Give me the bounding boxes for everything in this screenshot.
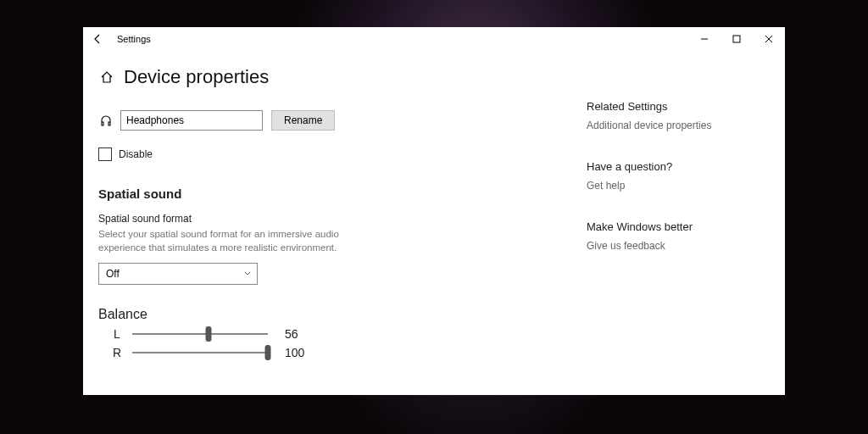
balance-heading: Balance bbox=[98, 307, 553, 322]
additional-device-properties-link[interactable]: Additional device properties bbox=[587, 120, 756, 131]
spatial-sound-heading: Spatial sound bbox=[98, 186, 553, 201]
page-title: Device properties bbox=[124, 66, 269, 88]
spatial-format-value: Off bbox=[106, 268, 120, 280]
settings-window: Settings Device properties bbox=[83, 27, 785, 395]
window-controls bbox=[688, 27, 785, 51]
balance-right-label: R bbox=[110, 346, 124, 359]
feedback-heading: Make Windows better bbox=[587, 220, 756, 233]
balance-left-slider[interactable] bbox=[132, 327, 268, 341]
window-title: Settings bbox=[117, 34, 151, 44]
balance-right-row: R 100 bbox=[98, 346, 553, 359]
balance-left-row: L 56 bbox=[98, 327, 553, 341]
related-settings-heading: Related Settings bbox=[587, 100, 756, 113]
disable-label: Disable bbox=[119, 148, 153, 160]
maximize-button[interactable] bbox=[721, 27, 753, 51]
spatial-format-description: Select your spatial sound format for an … bbox=[98, 228, 370, 254]
feedback-block: Make Windows better Give us feedback bbox=[587, 220, 756, 252]
rename-button[interactable]: Rename bbox=[271, 110, 335, 131]
content-area: Device properties Rename Disable Spatial… bbox=[83, 51, 785, 359]
svg-rect-1 bbox=[733, 36, 740, 42]
slider-thumb[interactable] bbox=[265, 345, 271, 360]
slider-thumb[interactable] bbox=[205, 326, 211, 342]
get-help-link[interactable]: Get help bbox=[587, 180, 756, 192]
disable-checkbox[interactable] bbox=[98, 147, 112, 161]
question-block: Have a question? Get help bbox=[587, 160, 756, 192]
page-header: Device properties bbox=[98, 66, 553, 88]
close-button[interactable] bbox=[753, 27, 785, 51]
spatial-format-label: Spatial sound format bbox=[98, 213, 553, 225]
device-name-row: Rename bbox=[98, 110, 553, 131]
balance-left-label: L bbox=[110, 327, 124, 341]
main-panel: Device properties Rename Disable Spatial… bbox=[98, 66, 553, 359]
minimize-button[interactable] bbox=[688, 27, 721, 51]
related-settings-block: Related Settings Additional device prope… bbox=[587, 100, 756, 131]
home-icon[interactable] bbox=[98, 69, 115, 86]
feedback-link[interactable]: Give us feedback bbox=[587, 240, 756, 252]
spatial-format-select[interactable]: Off bbox=[98, 263, 258, 285]
device-name-input[interactable] bbox=[120, 110, 263, 131]
balance-left-value: 56 bbox=[285, 327, 298, 341]
side-panel: Related Settings Additional device prope… bbox=[587, 66, 756, 359]
balance-right-slider[interactable] bbox=[132, 346, 268, 359]
question-heading: Have a question? bbox=[587, 160, 756, 173]
headphones-icon bbox=[98, 113, 114, 128]
back-button[interactable] bbox=[90, 31, 105, 47]
chevron-down-icon bbox=[243, 268, 252, 280]
disable-row: Disable bbox=[98, 147, 553, 161]
titlebar: Settings bbox=[83, 27, 785, 51]
balance-right-value: 100 bbox=[285, 346, 304, 359]
